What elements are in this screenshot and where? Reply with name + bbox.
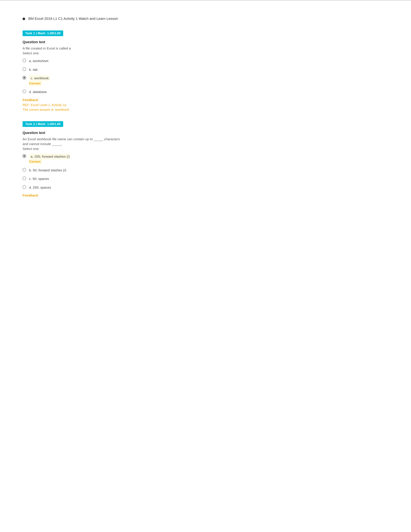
task2-option-b: b. 50; forward slashes (/) bbox=[23, 168, 388, 173]
task2-option-b-text: b. 50; forward slashes (/) bbox=[29, 168, 66, 173]
task1-feedback-answer: The correct answer is: workbook. bbox=[23, 108, 388, 112]
task2-radio-d[interactable] bbox=[23, 185, 26, 189]
task2-option-a: a. 255; forward slashes (/) Correct bbox=[23, 154, 388, 164]
bullet-text: BM Excel 2019 L1 C1 Activity 1 Watch and… bbox=[28, 17, 118, 21]
task2-question-body: An Excel workbook file name can contain … bbox=[23, 137, 388, 141]
task2-radio-a[interactable] bbox=[23, 154, 26, 158]
task2-radio-c[interactable] bbox=[23, 177, 26, 180]
bullet-item: BM Excel 2019 L1 C1 Activity 1 Watch and… bbox=[23, 17, 388, 21]
bullet-dot bbox=[23, 18, 25, 20]
task2-option-c-text: c. 50; spaces bbox=[29, 176, 49, 181]
task2-option-a-text: a. 255; forward slashes (/) Correct bbox=[29, 154, 70, 164]
task1-select-one: Select one: bbox=[23, 51, 388, 55]
task2-question-body-part2: and bbox=[23, 142, 29, 146]
task1-option-c: c. workbook. Correct bbox=[23, 76, 388, 86]
task1-feedback-answer-italic: workbook. bbox=[55, 108, 70, 111]
task1-section: Task 1 | Mark: 1.00/1.00 Question text A… bbox=[23, 30, 388, 112]
task1-radio-c[interactable] bbox=[23, 76, 26, 79]
task2-option-d: d. 255; spaces bbox=[23, 185, 388, 190]
task1-option-d-text: d. database. bbox=[29, 89, 48, 95]
task1-option-a-text: a. worksheet. bbox=[29, 58, 49, 64]
task1-option-d: d. database. bbox=[23, 89, 388, 95]
task1-feedback-title: Feedback bbox=[23, 98, 388, 102]
task1-option-b-text: b. tab. bbox=[29, 67, 38, 72]
task1-badge: Task 1 | Mark: 1.00/1.00 bbox=[23, 30, 63, 36]
task2-option-d-text: d. 255; spaces bbox=[29, 185, 51, 190]
task2-correct-highlight: a. 255; forward slashes (/) Correct bbox=[29, 154, 70, 164]
task2-question-body-part3: include _____. bbox=[39, 142, 62, 146]
task1-question-body: A file created in Excel is called a bbox=[23, 47, 388, 50]
task2-badge: Task 2 | Mark: 1.00/1.00 bbox=[23, 121, 63, 127]
task1-correct-highlight: c. workbook. Correct bbox=[29, 75, 50, 86]
task1-feedback: Feedback REF: Excel Level 1, Activity 1a… bbox=[23, 98, 388, 112]
task1-question-label: Question text bbox=[23, 40, 388, 44]
task2-feedback-title: Feedback bbox=[23, 193, 388, 197]
task2-radio-b[interactable] bbox=[23, 168, 26, 171]
task1-correct-label: Correct bbox=[29, 82, 40, 85]
task2-option-c: c. 50; spaces bbox=[23, 176, 388, 181]
task2-question-body-italic: cannot bbox=[29, 142, 39, 146]
task1-radio-a[interactable] bbox=[23, 59, 26, 62]
task2-section: Task 2 | Mark: 1.00/1.00 Question text A… bbox=[23, 121, 388, 198]
task1-radio-b[interactable] bbox=[23, 67, 26, 71]
task1-feedback-answer-prefix: The correct answer is: bbox=[23, 108, 55, 111]
task2-select-one: Select one: bbox=[23, 147, 388, 151]
task1-radio-d[interactable] bbox=[23, 90, 26, 93]
task1-option-a: a. worksheet. bbox=[23, 58, 388, 64]
task1-option-b: b. tab. bbox=[23, 67, 388, 72]
task2-correct-label: Correct bbox=[29, 160, 40, 163]
task2-question-label: Question text bbox=[23, 131, 388, 135]
task2-question-body-part1: An Excel workbook file name can contain … bbox=[23, 137, 120, 141]
task1-feedback-ref: REF: Excel Level 1, Activity 1a bbox=[23, 103, 388, 107]
task1-option-c-text: c. workbook. Correct bbox=[29, 76, 50, 86]
task2-feedback: Feedback bbox=[23, 193, 388, 197]
task2-question-body2: and cannot include _____. bbox=[23, 142, 388, 146]
top-divider bbox=[0, 0, 411, 0]
